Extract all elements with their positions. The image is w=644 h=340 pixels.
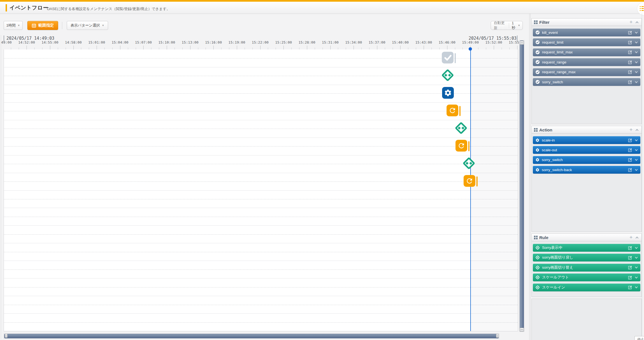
time-span-select[interactable]: 1時間 ▼ [4, 21, 23, 30]
chart-row [4, 296, 518, 314]
event-node-rule[interactable] [440, 68, 455, 84]
edit-icon[interactable] [628, 50, 632, 54]
edit-icon[interactable] [628, 285, 632, 289]
vertical-scroll-grip-bottom[interactable] [520, 328, 524, 332]
add-icon[interactable]: + [629, 234, 633, 240]
edit-icon[interactable] [628, 60, 632, 64]
filter-item[interactable]: request_limit_max [533, 48, 640, 56]
chevron-down-icon[interactable] [635, 148, 638, 152]
chart-row [4, 155, 518, 173]
tick-mark [42, 48, 42, 49]
header-menu-button[interactable] [637, 2, 644, 15]
edit-icon[interactable] [628, 256, 632, 260]
panel-header-filter[interactable]: Filter + [531, 18, 642, 26]
edit-icon[interactable] [628, 148, 632, 152]
item-label: sorry画面切り戻し [542, 255, 573, 260]
chevron-down-icon[interactable] [635, 80, 638, 84]
action-item[interactable]: sorry_switch [533, 156, 640, 164]
vertical-scrollbar-thumb[interactable] [520, 41, 524, 331]
item-label: sorry_switch [542, 158, 563, 162]
add-icon[interactable]: + [629, 127, 633, 133]
event-end-marker [459, 106, 461, 116]
rule-item[interactable]: スケールイン [533, 284, 640, 291]
chevron-down-icon[interactable] [635, 256, 638, 259]
chevron-down-icon[interactable] [635, 70, 638, 74]
time-axis-ruler[interactable] [4, 45, 517, 50]
edit-icon[interactable] [628, 80, 632, 84]
vertical-scrollbar[interactable] [519, 40, 524, 332]
event-node-action[interactable] [442, 87, 454, 100]
collapse-icon[interactable] [635, 236, 639, 240]
chevron-down-icon[interactable] [635, 276, 638, 279]
time-tick-label: 15:22:00 [252, 40, 268, 44]
display-pattern-select[interactable]: 表示パターン選択 ▼ [67, 21, 108, 30]
tick-mark [213, 46, 214, 49]
filter-item[interactable]: sorry_switch [533, 78, 640, 86]
edit-icon[interactable] [628, 246, 632, 250]
event-node-retry[interactable] [463, 175, 476, 188]
edit-icon[interactable] [628, 275, 632, 280]
edit-icon[interactable] [628, 30, 632, 35]
tick-mark [307, 46, 307, 49]
edit-icon[interactable] [628, 40, 632, 44]
chevron-down-icon[interactable] [635, 266, 638, 269]
tick-mark [509, 48, 510, 49]
event-flow-chart[interactable] [4, 49, 518, 331]
vertical-scroll-grip-top[interactable] [520, 41, 524, 45]
action-item[interactable]: scale-out [533, 146, 640, 154]
filter-item[interactable]: kill_event [533, 29, 640, 36]
filter-item[interactable]: request_limit [533, 38, 640, 46]
horizontal-scrollbar-thumb[interactable] [4, 334, 499, 338]
tick-mark [462, 48, 463, 49]
event-node-rule[interactable] [454, 121, 469, 137]
rule-item[interactable]: sorry画面切り替え [533, 264, 640, 271]
edit-icon[interactable] [628, 138, 632, 142]
tick-mark [455, 48, 455, 49]
tick-mark [175, 48, 175, 49]
horizontal-scrollbar[interactable] [4, 333, 499, 339]
edit-icon[interactable] [628, 168, 632, 172]
stop-button[interactable]: 停止 [635, 336, 644, 340]
gear-icon [535, 158, 540, 162]
panel-header-rule[interactable]: Rule + [531, 233, 642, 241]
auto-update-interval[interactable]: 1秒 ▼ [509, 21, 523, 30]
chevron-down-icon[interactable] [635, 246, 638, 250]
filter-item[interactable]: request_range [533, 58, 640, 66]
panel-header-action[interactable]: Action + [531, 126, 642, 134]
horizontal-scroll-grip-left[interactable] [5, 334, 8, 338]
chevron-down-icon[interactable] [635, 60, 638, 64]
chevron-down-icon[interactable] [635, 285, 638, 289]
add-icon[interactable]: + [629, 19, 633, 25]
event-node-check[interactable] [442, 51, 454, 65]
event-node-retry[interactable] [455, 140, 468, 153]
chevron-down-icon[interactable] [635, 158, 638, 162]
action-item[interactable]: scale-in [533, 136, 640, 144]
event-node-retry[interactable] [446, 104, 459, 118]
chevron-down-icon[interactable] [635, 31, 638, 34]
auto-update-control[interactable]: 自動更新 1秒 ▼ [491, 21, 523, 30]
panel-title: Rule [539, 235, 548, 240]
rule-item[interactable]: sorry画面切り戻し [533, 254, 640, 261]
edit-icon[interactable] [628, 158, 632, 162]
collapse-icon[interactable] [635, 128, 639, 132]
event-node-rule[interactable] [461, 156, 476, 172]
chevron-down-icon[interactable] [635, 50, 638, 54]
sidebar-divider [529, 13, 529, 340]
edit-icon[interactable] [628, 70, 632, 74]
collapse-icon[interactable] [635, 20, 639, 24]
tick-mark [151, 48, 151, 49]
item-label: request_limit_max [542, 50, 573, 54]
rule-item[interactable]: スケールアウト [533, 273, 640, 281]
horizontal-scroll-grip-right[interactable] [496, 334, 499, 338]
chevron-down-icon[interactable] [635, 168, 638, 172]
chevron-down-icon[interactable] [635, 41, 638, 44]
range-select-button[interactable]: 範囲指定 [27, 21, 58, 30]
tick-mark [330, 46, 331, 49]
tick-mark [502, 48, 502, 49]
chevron-down-icon[interactable] [635, 138, 638, 142]
action-item[interactable]: sorry_switch-back [533, 166, 640, 174]
chart-row [4, 49, 518, 67]
filter-item[interactable]: request_range_max [533, 68, 640, 76]
edit-icon[interactable] [628, 265, 632, 270]
rule-item[interactable]: Sorry表示中 [533, 244, 640, 252]
